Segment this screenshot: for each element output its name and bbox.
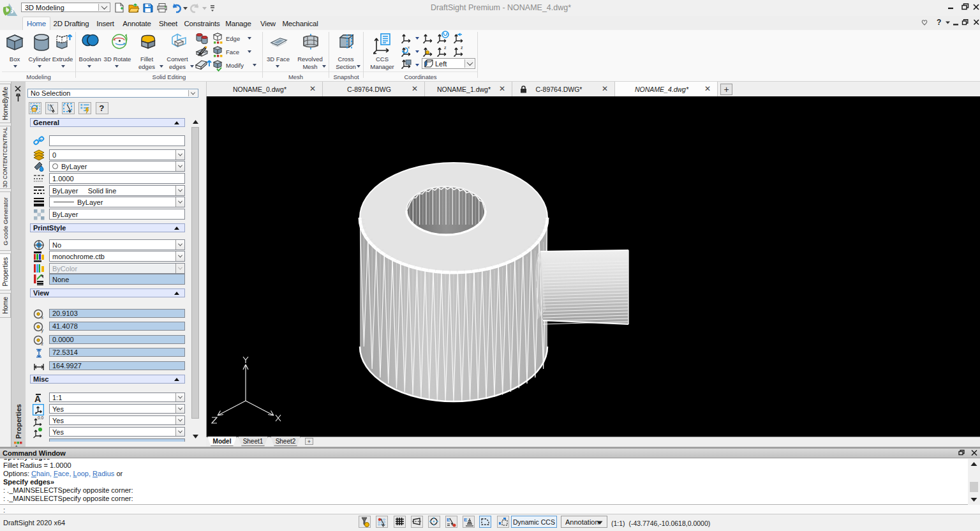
svg-text:E: E [464,517,468,523]
svg-text:z: z [461,45,463,50]
svg-text:x: x [408,45,410,49]
svg-text:0.0: 0.0 [38,415,43,420]
svg-text:x: x [41,315,44,320]
svg-text:z: z [444,45,447,50]
svg-text:A: A [34,394,41,404]
svg-text:E: E [447,517,450,523]
svg-text:?: ? [99,103,104,113]
svg-text:y: y [41,328,44,333]
svg-text:?: ? [937,18,941,27]
svg-text:z: z [41,341,44,346]
